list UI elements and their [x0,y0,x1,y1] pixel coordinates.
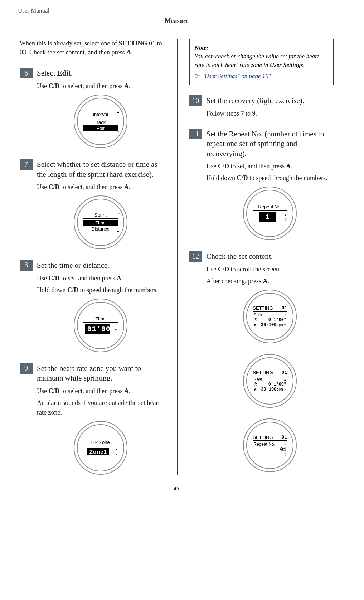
step-body: Use C/D to set, and then press A. [207,161,334,171]
text: to set, and then press [229,163,286,170]
text-bold: Edit [57,69,71,77]
step-number-badge: 8 [20,260,33,271]
step-11: 11 Set the Repeat No. (number of times t… [207,129,334,240]
text: Hold down [37,286,67,294]
step-6: 6 Select Edit. Use C/D to select, and th… [37,68,164,148]
step-8: 8 Set the time or distance. Use C/D to s… [37,260,164,352]
step-title: Set the recovery (light exercise). [207,95,304,106]
text-bold: User Settings [270,62,303,68]
arrow-down-icon: ▽ [115,452,118,455]
step-7: 7 Select whether to set distance or time… [37,159,164,249]
two-column-layout: When this is already set, select one of … [7,39,346,475]
arrow-up-icon: ▲ [114,327,118,331]
heart-icon: ♥ [253,387,256,392]
cross-reference-link[interactable]: "User Settings" on page 101 [202,73,272,79]
step-body: Follow steps 7 to 9. [207,109,334,118]
unit: bpm [276,323,283,327]
text: to set, and then press [60,275,117,282]
text-bold: D [55,275,60,282]
watch-header-num: 01 [282,370,287,375]
text: to select, and then press [60,183,124,190]
watch-line: Back [83,119,118,125]
text: to select, and then press [60,82,124,89]
watch-face-setting-repeat: SETTING 01 Repeat No.▲ 01 ▽ [243,418,297,472]
arrow-up-icon: ▲ [283,378,286,381]
arrow-up-icon: ▲ [284,213,287,217]
watch-face-interval: Interval Back Edit ▲ ⌄ [74,95,127,148]
page-number: 45 [7,485,346,492]
watch-face-hrzone: HR Zone Zone1 ▲ ▽ [74,421,127,475]
step-title: Set the heart rate zone you want to main… [37,363,164,383]
text-bold: A [124,82,129,89]
text-bold: C [49,183,53,190]
text-bold: A [124,387,129,395]
text-bold: A [263,277,267,285]
step-10: 10 Set the recovery (light exercise). Fo… [207,95,334,118]
text: Use [37,82,49,89]
watch-value: 1 [259,212,276,222]
watch-value: 30-100 [261,387,276,392]
step-title: Set the Repeat No. (number of times to r… [207,129,334,159]
arrow-up-icon: △ [117,211,120,214]
arrow-down-icon: ▼ [117,230,120,234]
text: . [303,62,305,68]
arrow-down-icon: ▽ [284,218,287,221]
text-bold: SETTING [118,40,147,47]
step-title: Select Edit. [37,68,73,78]
watch-value: 01 [280,447,286,453]
heart-icon: ♥ [253,323,256,328]
step-number-badge: 12 [189,251,202,262]
step-title: Set the time or distance. [37,260,109,271]
arrow-up-icon: ▲ [117,110,120,113]
step-number-badge: 11 [189,129,202,139]
text: to speed through the numbers. [248,174,327,182]
text-bold: D [55,387,60,395]
step-body: Hold down C/D to speed through the numbe… [207,173,334,183]
watch-value: 30-100 [261,323,276,328]
text: . [71,69,73,77]
note-body: You can check or change the value set fo… [195,52,329,69]
arrow-up-icon: ▲ [115,447,118,451]
watch-header: Sprint [83,212,118,219]
text: Select [37,69,57,77]
step-body: Use C/D to scroll the screen. [207,265,334,274]
step-number-badge: 7 [20,159,33,170]
text: Hold down [207,174,237,182]
left-column: When this is already set, select one of … [7,39,177,475]
watch-value: 01'00" [85,324,110,334]
text: to scroll the screen. [229,266,281,273]
watch-line: Rest [253,377,262,382]
note-label: Note: [195,44,209,51]
step-title: Select whether to set distance or time a… [37,159,164,179]
header-title: User Manual [18,7,346,14]
step-body: Use C/D to set, and then press A. [37,274,164,283]
text: . [129,82,131,89]
watch-value: 0 1'00" [268,382,286,387]
watch-header: SETTING [253,435,273,440]
arrow-down-icon: ▼ [283,324,286,327]
stopwatch-icon: ⏱ [253,382,258,387]
step-12: 12 Check the set content. Use C/D to scr… [207,251,334,472]
text: . [267,277,269,285]
watch-line: Distance [83,226,118,232]
step-body: Use C/D to select, and then press A. [37,182,164,192]
column-divider [177,39,178,475]
text-bold: C [49,82,53,89]
step-number-badge: 9 [20,363,33,374]
unit: bpm [276,388,283,392]
watch-header: SETTING [253,370,273,375]
watch-face-setting-sprint: SETTING 01 Sprint△ ⏱0 1'00" ♥30-100bpm▼ [243,290,297,343]
step-body: Use C/D to select, and then press A. [37,81,164,91]
pointer-icon: ☞ [195,72,200,81]
watch-face-sprint: Sprint Time Distance △ ▼ [74,195,127,249]
text-bold: D [55,183,60,190]
text: to speed through the numbers. [78,286,158,294]
text-bold: A [117,275,121,282]
step-body: An alarm sounds if you are outside the s… [37,398,164,417]
watch-header: Time [83,316,118,323]
text: Use [37,183,49,190]
watch-face-time: Time 01'00" ▲ [74,299,127,352]
right-column: Note: You can check or change the value … [177,39,346,475]
text: . [129,387,131,395]
text: Use [207,163,218,170]
